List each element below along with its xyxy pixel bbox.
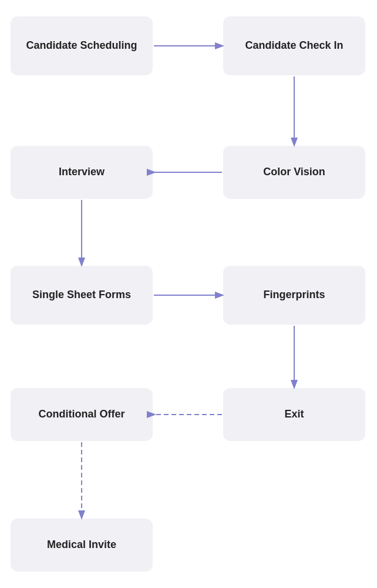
candidate-scheduling-node[interactable]: Candidate Scheduling	[11, 16, 153, 75]
fingerprints-node[interactable]: Fingerprints	[223, 266, 365, 325]
color-vision-node[interactable]: Color Vision	[223, 146, 365, 199]
flowchart: Candidate Scheduling Candidate Check In …	[0, 0, 377, 588]
interview-node[interactable]: Interview	[11, 146, 153, 199]
exit-node[interactable]: Exit	[223, 388, 365, 441]
single-sheet-forms-node[interactable]: Single Sheet Forms	[11, 266, 153, 325]
candidate-check-in-node[interactable]: Candidate Check In	[223, 16, 365, 75]
conditional-offer-node[interactable]: Conditional Offer	[11, 388, 153, 441]
medical-invite-node[interactable]: Medical Invite	[11, 519, 153, 572]
